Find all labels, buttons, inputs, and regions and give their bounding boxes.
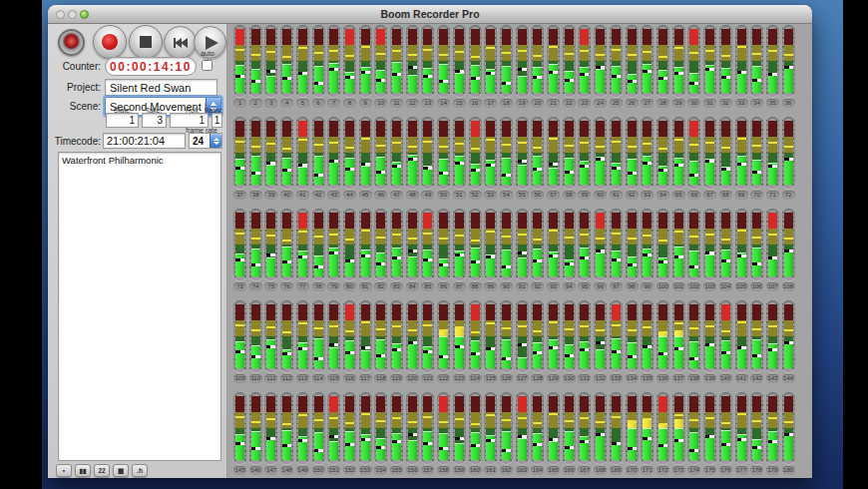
channel-number-label: 47 — [390, 191, 403, 200]
channel-meter: 104 — [719, 209, 732, 300]
timecode-view-button[interactable]: 22 — [94, 464, 110, 477]
channel-meter: 132 — [594, 300, 607, 392]
meter-bar — [282, 304, 291, 368]
meter-bar — [266, 29, 275, 93]
meter-track — [296, 392, 309, 464]
channel-meter: 149 — [296, 392, 309, 478]
meter-track — [390, 300, 403, 372]
channel-number-label: 34 — [750, 99, 763, 108]
meter-bar — [658, 396, 667, 460]
meter-bar — [471, 396, 480, 460]
channel-number-label: 126 — [500, 374, 513, 383]
meter-panel: 1234567891011121314151617181920212223242… — [227, 24, 812, 478]
meter-bar — [486, 121, 495, 185]
timecode-input[interactable] — [103, 133, 186, 149]
meter-bar — [329, 29, 338, 93]
meters-view-button[interactable]: ▪ — [56, 464, 72, 477]
meter-track — [687, 300, 700, 372]
frame-rate-stepper-icon[interactable] — [210, 134, 221, 148]
notes-textarea[interactable]: Waterfront Philharmonic — [58, 152, 221, 461]
channel-meter: 163 — [516, 392, 529, 478]
meter-bar — [565, 213, 574, 276]
take-input[interactable] — [142, 113, 167, 128]
meter-bar — [423, 29, 432, 93]
meter-bar — [674, 121, 683, 185]
meter-track — [327, 117, 340, 189]
meter-track — [750, 117, 763, 189]
meter-track — [249, 300, 262, 372]
meter-bar — [518, 29, 527, 93]
frame-rate-combo[interactable]: 24 — [189, 133, 222, 149]
channel-number-label: 65 — [672, 191, 685, 200]
meter-bar — [298, 304, 307, 368]
meter-bar — [752, 29, 761, 93]
meter-track — [421, 300, 434, 372]
stop-button[interactable] — [129, 25, 163, 59]
meter-bar — [705, 121, 714, 185]
meter-track — [343, 117, 356, 189]
channel-meter: 29 — [672, 25, 685, 117]
meter-bar — [705, 29, 714, 93]
channel-number-label: 35 — [766, 99, 779, 108]
channel-number-label: 87 — [453, 282, 466, 291]
meter-bar — [658, 304, 667, 368]
meter-track — [233, 392, 246, 464]
channel-meter: 68 — [719, 117, 732, 209]
meter-bar — [768, 121, 777, 185]
retry-input[interactable] — [212, 113, 222, 128]
meter-bar — [518, 396, 527, 460]
meter-track — [406, 300, 419, 372]
meter-bar — [705, 396, 714, 460]
title-bar[interactable]: Boom Recorder Pro — [48, 5, 812, 24]
meter-bar — [251, 29, 260, 93]
channel-meter: 89 — [484, 209, 497, 300]
meter-track — [735, 25, 748, 97]
meter-bar — [502, 213, 511, 276]
channel-meter: 150 — [312, 392, 325, 478]
project-input[interactable] — [105, 79, 217, 96]
auto-checkbox[interactable] — [202, 60, 213, 71]
channel-number-label: 5 — [296, 99, 309, 108]
meter-bar — [282, 396, 291, 460]
channel-number-label: 121 — [421, 374, 434, 383]
channel-number-label: 163 — [516, 466, 529, 475]
channel-number-label: 101 — [672, 282, 685, 291]
files-view-icon: .h — [137, 467, 143, 474]
meter-bar — [502, 121, 511, 185]
record-button[interactable] — [93, 25, 127, 59]
channel-number-label: 91 — [516, 282, 529, 291]
meter-bar — [518, 213, 527, 276]
meter-bar — [502, 304, 511, 368]
channel-number-label: 155 — [390, 466, 403, 475]
meter-track — [469, 25, 482, 97]
channel-meter: 23 — [578, 25, 591, 117]
meter-track — [516, 300, 529, 372]
meter-bar — [533, 304, 542, 368]
rewind-button[interactable] — [164, 26, 197, 59]
channel-meter: 86 — [437, 209, 450, 300]
channel-number-label: 177 — [735, 466, 748, 475]
meter-track — [719, 117, 732, 189]
meter-bar — [439, 121, 448, 185]
record-arm-button[interactable] — [58, 29, 85, 56]
channel-number-label: 104 — [719, 282, 732, 291]
channel-number-label: 166 — [563, 466, 576, 475]
channel-number-label: 108 — [782, 282, 795, 291]
meter-track — [719, 25, 732, 97]
channel-meter: 173 — [672, 392, 685, 478]
mixer-view-button[interactable]: ▮▮ — [75, 464, 91, 477]
matrix-view-button[interactable]: ▦ — [113, 464, 129, 477]
channel-number-label: 171 — [641, 466, 653, 475]
meter-track — [296, 117, 309, 189]
meter-track — [249, 209, 262, 280]
files-view-button[interactable]: .h — [132, 464, 148, 477]
roll-input[interactable] — [170, 113, 209, 128]
meter-bar — [580, 213, 589, 276]
channel-number-label: 132 — [594, 374, 607, 383]
meter-bar — [361, 29, 370, 93]
channel-meter: 77 — [296, 209, 309, 300]
channel-meter: 133 — [610, 300, 623, 392]
meter-bar — [235, 213, 244, 276]
slate-input[interactable] — [106, 113, 139, 128]
channel-number-label: 23 — [578, 99, 591, 108]
